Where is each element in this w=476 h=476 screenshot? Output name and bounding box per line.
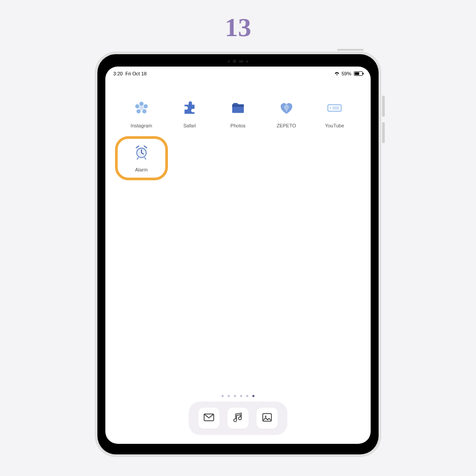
app-label: Instagram	[130, 123, 152, 128]
page-number: 13	[225, 12, 251, 43]
svg-point-5	[139, 106, 143, 110]
flower-icon	[134, 100, 149, 116]
front-sensor-cluster	[228, 60, 248, 63]
page-dot	[222, 395, 224, 397]
app-youtube[interactable]: YouTube	[316, 100, 353, 128]
status-bar: 3:20 Fri Oct 18 59%	[105, 67, 371, 78]
svg-point-9	[330, 108, 331, 109]
app-photos[interactable]: Photos	[219, 100, 257, 128]
battery-icon	[354, 71, 363, 76]
volume-up-button-icon	[382, 96, 385, 117]
heart-gem-icon	[279, 100, 294, 116]
selection-highlight	[115, 136, 168, 180]
volume-down-button-icon	[382, 122, 385, 143]
dock-app-music[interactable]	[227, 408, 249, 429]
svg-point-2	[142, 109, 146, 113]
image-icon	[261, 412, 273, 425]
tablet-bezel: 3:20 Fri Oct 18 59%	[97, 54, 379, 454]
dock-app-mail[interactable]	[198, 408, 219, 429]
mail-icon	[203, 412, 215, 425]
app-alarm[interactable]: Alarm	[123, 144, 160, 172]
puzzle-icon	[182, 100, 197, 116]
svg-rect-10	[332, 106, 339, 110]
svg-rect-7	[232, 105, 244, 107]
app-label: Photos	[231, 123, 245, 128]
page-dot-active	[253, 395, 255, 397]
svg-point-0	[139, 102, 143, 106]
music-note-icon	[232, 412, 244, 425]
status-time: 3:20	[113, 71, 123, 76]
status-date: Fri Oct 18	[125, 71, 146, 76]
app-label: Safari	[183, 123, 196, 128]
app-instagram[interactable]: Instagram	[123, 100, 160, 128]
svg-point-4	[135, 104, 139, 108]
page-dot	[234, 395, 236, 397]
tablet-frame: 3:20 Fri Oct 18 59%	[95, 52, 381, 457]
svg-rect-13	[263, 413, 271, 421]
page-dot	[246, 395, 249, 397]
folder-icon	[230, 100, 246, 116]
app-label: ZEPETO	[277, 123, 296, 128]
page-dot	[228, 395, 230, 397]
power-button-icon	[337, 49, 364, 51]
svg-point-3	[136, 109, 140, 113]
dock	[189, 402, 287, 435]
screen: 3:20 Fri Oct 18 59%	[105, 67, 371, 444]
svg-point-14	[265, 416, 266, 417]
device-landscape-icon	[327, 100, 342, 116]
app-zepeto[interactable]: ZEPETO	[268, 100, 305, 128]
app-safari[interactable]: Safari	[171, 100, 208, 128]
app-label: YouTube	[325, 123, 344, 128]
page-dot	[240, 395, 242, 397]
wifi-icon	[334, 71, 340, 76]
home-screen-grid: Instagram Safari	[105, 100, 371, 172]
dock-app-gallery[interactable]	[257, 408, 278, 429]
page-indicator[interactable]	[222, 395, 255, 397]
svg-point-1	[144, 104, 148, 108]
battery-percent: 59%	[342, 71, 351, 76]
